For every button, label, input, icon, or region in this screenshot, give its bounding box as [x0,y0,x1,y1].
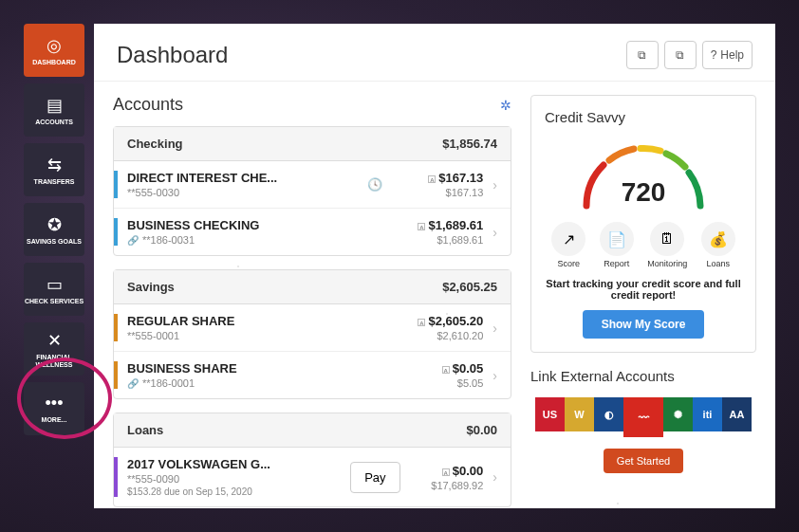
account-number: 🔗**186-0031 [127,234,346,246]
badge-icon: A [418,319,425,326]
account-balance-secondary: $1,689.61 [403,234,483,246]
credit-tagline: Start tracking your credit score and ful… [545,278,742,301]
credit-action-label: Score [557,259,580,268]
bank-logo[interactable]: iti [693,397,722,431]
account-number: **555-0090 [127,473,346,485]
credit-gauge: 720 [567,135,719,211]
account-number: 🔗**186-0001 [127,377,346,389]
account-name: DIRECT INTEREST CHE... [127,171,346,185]
credit-action-label: Loans [706,259,730,268]
sidebar-item-dashboard[interactable]: ◎DASHBOARD [24,24,84,77]
credit-action-monitoring[interactable]: 🗓Monitoring [647,222,687,268]
bank-logo[interactable]: ✺ [663,397,693,431]
sidebar-item-financial-wellness[interactable]: ✕FINANCIAL WELLNESS [24,322,84,376]
account-balance-primary: A$2,605.20 [403,314,483,328]
account-name: REGULAR SHARE [127,314,346,328]
group-total: $0.00 [466,423,497,437]
credit-action-icon: 🗓 [650,222,684,256]
bank-logo[interactable]: W [565,397,594,431]
sidebar-item-label: MORE... [42,416,67,424]
account-row[interactable]: REGULAR SHARE**555-0001A$2,605.20$2,610.… [114,304,511,352]
sidebar-item-label: CHECK SERVICES [25,298,84,305]
sidebar-icon: ✪ [47,214,62,235]
bank-logo[interactable]: AA [722,397,752,431]
sidebar-icon: ▭ [46,274,63,295]
account-balance-secondary: $2,610.20 [403,330,483,341]
chevron-right-icon: › [489,469,501,485]
copy-button-1[interactable]: ⧉ [626,41,659,69]
sidebar-item-transfers[interactable]: ⇆TRANSFERS [24,143,84,196]
group-name: Savings [127,280,175,294]
account-row[interactable]: 2017 VOLKSWAGEN G...**555-0090$153.28 du… [114,448,511,506]
show-score-button[interactable]: Show My Score [583,310,705,339]
copy-button-2[interactable]: ⧉ [664,41,697,69]
account-row[interactable]: BUSINESS CHECKING🔗**186-0031A$1,689.61$1… [114,209,511,255]
link-external-panel: Link External Accounts USW◐〰✺itiAA Get S… [530,368,756,473]
pay-button[interactable]: Pay [350,462,400,493]
account-balance-primary: A$0.00 [403,464,483,478]
sidebar-icon: ▤ [46,95,63,116]
account-group-savings: Savings$2,605.25REGULAR SHARE**555-0001A… [113,269,511,399]
account-name: BUSINESS SHARE [127,361,346,376]
account-number: **555-0001 [127,330,346,341]
page-title: Dashboard [117,42,228,68]
credit-action-label: Monitoring [647,259,687,268]
account-group-checking: Checking$1,856.74DIRECT INTEREST CHE...*… [113,126,511,256]
chevron-right-icon: › [489,321,501,336]
gear-icon[interactable]: ✲ [500,98,511,113]
group-total: $1,856.74 [442,137,497,151]
sidebar-item-more-[interactable]: •••MORE... [24,382,84,435]
account-balance-primary: A$167.13 [403,171,483,185]
sidebar-item-check-services[interactable]: ▭CHECK SERVICES [24,263,84,316]
sidebar-item-label: FINANCIAL WELLNESS [24,354,84,368]
credit-action-icon: ↗ [551,222,585,256]
help-icon: ? [711,48,717,62]
clock-icon: 🕓 [367,177,382,192]
group-name: Loans [127,423,163,437]
bank-logo[interactable]: US [535,397,565,431]
credit-action-report[interactable]: 📄Report [600,222,634,268]
group-total: $2,605.25 [442,280,497,294]
credit-savvy-panel: Credit Savvy 720 ↗Score📄Report🗓Monitorin… [530,95,756,353]
credit-action-label: Report [604,259,629,268]
sidebar-item-label: DASHBOARD [32,59,76,66]
group-header: Checking$1,856.74 [114,127,511,161]
badge-icon: A [442,366,450,374]
account-balance-primary: A$1,689.61 [403,218,483,232]
group-name: Checking [127,137,183,151]
bank-logo[interactable]: ◐ [594,397,623,431]
external-heading: Link External Accounts [530,368,756,384]
account-balance-secondary: $17,689.92 [403,480,483,491]
help-button[interactable]: ?Help [702,41,753,69]
accounts-heading: Accounts [113,95,183,115]
account-row[interactable]: DIRECT INTEREST CHE...**555-0030🕓A$167.1… [114,161,511,209]
group-header: Savings$2,605.25 [114,270,511,304]
sidebar-item-savings-goals[interactable]: ✪SAVINGS GOALS [24,203,84,256]
credit-action-icon: 💰 [701,222,735,256]
header: Dashboard ⧉ ⧉ ?Help [94,24,775,82]
main-panel: Dashboard ⧉ ⧉ ?Help Accounts ✲ Checking$… [94,24,775,508]
sidebar-icon: ••• [46,394,64,413]
account-balance-primary: A$0.05 [403,361,483,376]
sidebar-item-label: TRANSFERS [34,178,75,186]
accounts-column: Accounts ✲ Checking$1,856.74DIRECT INTER… [94,82,530,508]
badge-icon: A [442,468,450,476]
sidebar-icon: ✕ [47,330,62,351]
sidebar-icon: ⇆ [47,155,62,175]
badge-icon: A [418,223,425,230]
chevron-right-icon: › [489,368,501,383]
account-row[interactable]: BUSINESS SHARE🔗**186-0001A$0.05$5.05› [114,352,511,398]
sidebar-item-accounts[interactable]: ▤ACCOUNTS [24,83,84,137]
account-balance-secondary: $5.05 [403,377,483,389]
credit-score-value: 720 [567,177,719,208]
sidebar-item-label: ACCOUNTS [35,119,73,126]
credit-action-score[interactable]: ↗Score [551,222,585,268]
bank-logo[interactable]: 〰 [623,397,663,437]
credit-action-loans[interactable]: 💰Loans [701,222,735,268]
account-number: **555-0030 [127,187,346,198]
account-name: 2017 VOLKSWAGEN G... [127,457,346,471]
chevron-right-icon: › [489,225,501,240]
group-header: Loans$0.00 [114,413,511,448]
link-icon: 🔗 [127,235,139,246]
get-started-button[interactable]: Get Started [604,449,683,473]
